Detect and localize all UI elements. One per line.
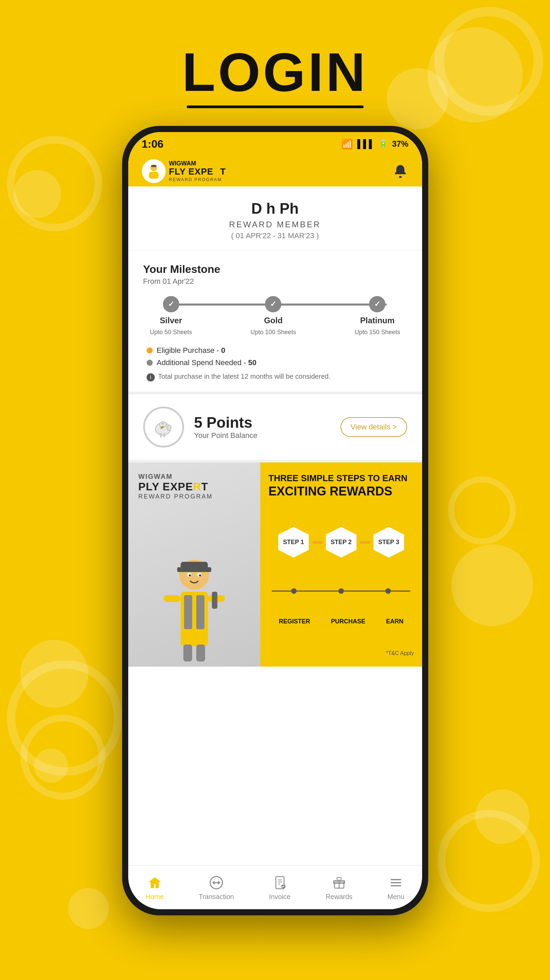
step-circle-gold: ✓ xyxy=(265,296,281,312)
svg-rect-16 xyxy=(196,595,204,629)
label-purchase: PURCHASE xyxy=(331,618,365,625)
step-connector-1 xyxy=(312,541,323,544)
status-time: 1:06 xyxy=(142,138,164,150)
invoice-icon xyxy=(272,875,288,891)
svg-rect-9 xyxy=(163,433,165,437)
progress-steps: ✓ Silver Upto 50 Sheets ✓ Gold Upto 100 … xyxy=(150,296,401,336)
svg-rect-11 xyxy=(162,423,164,424)
steps-labels: REGISTER PURCHASE EARN xyxy=(269,618,413,625)
banner-brand: WIGWAM PLY EXPERT REWARD PROGRAM xyxy=(138,473,250,500)
home-icon xyxy=(146,875,163,891)
banner-headline: THREE SIMPLE STEPS TO EARN xyxy=(269,473,413,484)
steps-row: STEP 1 STEP 2 STEP 3 xyxy=(269,527,413,558)
banner-reward-label: REWARD PROGRAM xyxy=(138,493,250,500)
battery-icon: 🔋 xyxy=(378,140,388,148)
logo-text: WIGWAM FLY EXPERT REWARD PROGRAM xyxy=(169,160,226,182)
hex-step2: STEP 2 xyxy=(326,527,356,558)
banner-headline-big: EXCITING REWARDS xyxy=(269,484,413,498)
svg-rect-19 xyxy=(177,567,211,572)
logo-icon xyxy=(142,159,165,183)
wifi-icon: 📶 xyxy=(341,138,353,150)
phone-outer: 1:06 📶 ▌▌▌ 🔋 37% xyxy=(122,126,428,915)
bell-button[interactable] xyxy=(392,163,409,179)
nav-menu[interactable]: Menu xyxy=(388,875,404,901)
label-earn: EARN xyxy=(386,618,404,625)
svg-rect-26 xyxy=(212,592,217,609)
svg-rect-8 xyxy=(160,433,162,437)
svg-rect-24 xyxy=(164,595,181,602)
milestone-title: Your Milestone xyxy=(143,263,407,275)
logo-area: WIGWAM FLY EXPERT REWARD PROGRAM xyxy=(142,159,226,183)
banner-appname: PLY EXPERT xyxy=(138,480,250,493)
svg-text:₱: ₱ xyxy=(162,426,164,429)
app-content: D h Ph REWARD MEMBER ( 01 APR'22 - 31 MA… xyxy=(128,186,422,865)
nav-invoice[interactable]: Invoice xyxy=(269,875,291,901)
svg-rect-1 xyxy=(149,172,159,179)
transaction-label: Transaction xyxy=(199,893,234,901)
brand-name: WIGWAM xyxy=(169,160,226,166)
app-name: FLY EXPERT xyxy=(169,166,226,177)
rewards-label: Rewards xyxy=(326,893,352,901)
purchase-info: Eligible Purchase - 0 Additional Spend N… xyxy=(143,346,407,382)
status-bar: 1:06 📶 ▌▌▌ 🔋 37% xyxy=(128,132,422,156)
profile-name: D h Ph xyxy=(138,200,412,217)
login-underline xyxy=(187,105,364,108)
milestone-progress: ✓ Silver Upto 50 Sheets ✓ Gold Upto 100 … xyxy=(150,296,401,336)
invoice-label: Invoice xyxy=(269,893,291,901)
step-sub-silver: Upto 50 Sheets xyxy=(150,329,192,336)
points-section: ₱ 5 Points Your Point Balance View detai… xyxy=(128,395,422,463)
banner-headline-area: THREE SIMPLE STEPS TO EARN EXCITING REWA… xyxy=(269,473,413,498)
step-label-platinum: Platinum xyxy=(360,316,394,325)
milestone-section: Your Milestone From 01 Apr'22 ✓ Silver U… xyxy=(128,251,422,395)
svg-rect-3 xyxy=(151,165,156,167)
home-label: Home xyxy=(146,893,164,901)
status-icons: 📶 ▌▌▌ 🔋 37% xyxy=(341,138,408,150)
view-details-button[interactable]: View details > xyxy=(340,417,407,437)
points-icon: ₱ xyxy=(143,407,184,447)
battery-percent: 37% xyxy=(392,139,408,149)
points-info: 5 Points Your Point Balance xyxy=(194,414,330,440)
signal-icon: ▌▌▌ xyxy=(357,139,375,149)
step-label-gold: Gold xyxy=(264,316,283,325)
login-title: LOGIN xyxy=(182,41,368,103)
purchase-note: i Total purchase in the latest 12 months… xyxy=(146,372,404,382)
svg-point-4 xyxy=(399,176,402,178)
bottom-nav: Home Transaction xyxy=(128,865,422,909)
banner-inner: WIGWAM PLY EXPERT REWARD PROGRAM xyxy=(128,463,422,667)
step-platinum: ✓ Platinum Upto 150 Sheets xyxy=(354,296,400,336)
phone-screen: 1:06 📶 ▌▌▌ 🔋 37% xyxy=(128,132,422,909)
additional-dot xyxy=(146,360,153,366)
rewards-icon xyxy=(331,875,347,891)
hex-step1: STEP 1 xyxy=(278,527,309,558)
step-circle-silver: ✓ xyxy=(163,296,179,312)
step-sub-platinum: Upto 150 Sheets xyxy=(354,329,400,336)
nav-home[interactable]: Home xyxy=(146,875,164,901)
timeline-line xyxy=(272,586,410,596)
svg-point-6 xyxy=(167,425,171,430)
eligible-purchase-row: Eligible Purchase - 0 xyxy=(146,346,404,355)
step-sub-gold: Upto 100 Sheets xyxy=(250,329,296,336)
svg-point-22 xyxy=(189,574,191,576)
profile-member-type: REWARD MEMBER xyxy=(138,220,412,229)
svg-point-23 xyxy=(199,574,201,576)
additional-spend-value: 50 xyxy=(248,358,256,367)
step-gold: ✓ Gold Upto 100 Sheets xyxy=(250,296,296,336)
points-value: 5 Points xyxy=(194,414,330,431)
eligible-dot xyxy=(146,347,153,353)
banner-worker-figure xyxy=(128,524,261,667)
svg-rect-15 xyxy=(184,595,192,629)
eligible-purchase-value: 0 xyxy=(221,346,225,355)
additional-spend-row: Additional Spend Needed - 50 xyxy=(146,358,404,367)
banner-right: THREE SIMPLE STEPS TO EARN EXCITING REWA… xyxy=(260,463,422,667)
eligible-purchase-label: Eligible Purchase - 0 xyxy=(157,346,226,355)
menu-icon xyxy=(388,875,404,891)
step-circle-platinum: ✓ xyxy=(369,296,385,312)
menu-label: Menu xyxy=(388,893,404,901)
nav-rewards[interactable]: Rewards xyxy=(326,875,352,901)
step-label-silver: Silver xyxy=(160,316,182,325)
phone-device: 1:06 📶 ▌▌▌ 🔋 37% xyxy=(122,126,428,915)
points-label: Your Point Balance xyxy=(194,431,330,440)
app-header: WIGWAM FLY EXPERT REWARD PROGRAM xyxy=(128,156,422,186)
nav-transaction[interactable]: Transaction xyxy=(199,875,234,901)
step-connector-2 xyxy=(360,541,370,544)
